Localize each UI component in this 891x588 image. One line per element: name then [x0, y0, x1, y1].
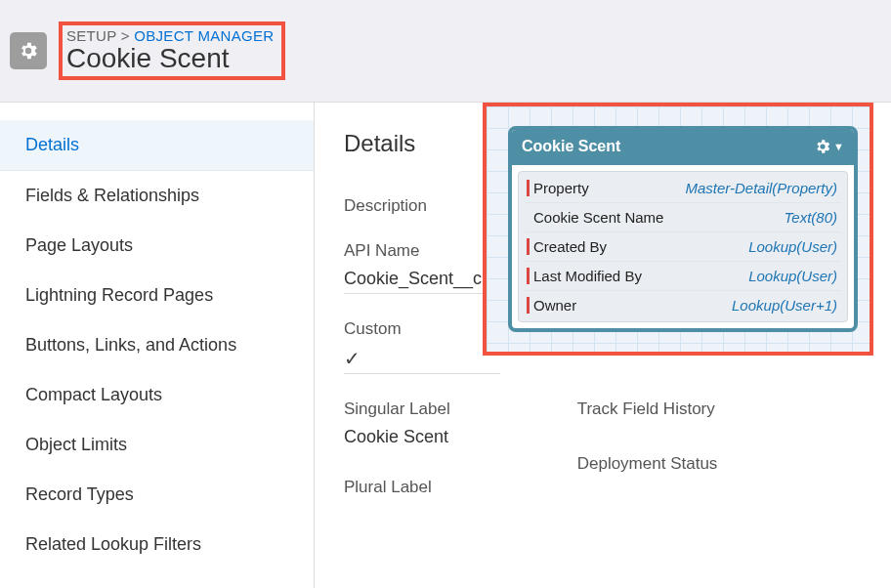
- schema-field-type: Lookup(User): [748, 268, 837, 284]
- schema-field-name: Cookie Scent Name: [527, 209, 663, 226]
- sidebar-item-page-layouts[interactable]: Page Layouts: [0, 221, 314, 271]
- sidebar-item-label: Record Types: [25, 484, 134, 504]
- api-name-value: Cookie_Scent__c: [344, 269, 500, 294]
- schema-object-card[interactable]: Cookie Scent ▼ Property Master-Detail(Pr…: [508, 126, 858, 332]
- breadcrumb-title-highlight: SETUP > OBJECT MANAGER Cookie Scent: [59, 21, 285, 80]
- sidebar-item-object-limits[interactable]: Object Limits: [0, 420, 314, 470]
- schema-card-header[interactable]: Cookie Scent ▼: [512, 130, 854, 165]
- schema-object-title: Cookie Scent: [522, 138, 620, 155]
- sidebar-item-fields[interactable]: Fields & Relationships: [0, 171, 314, 221]
- custom-label: Custom: [344, 319, 500, 339]
- schema-field-name: Property: [527, 180, 589, 196]
- schema-gear-icon[interactable]: ▼: [814, 138, 844, 155]
- page-header: SETUP > OBJECT MANAGER Cookie Scent: [0, 0, 891, 103]
- sidebar-item-label: Related Lookup Filters: [25, 534, 201, 554]
- schema-field-row[interactable]: Created By Lookup(User): [525, 232, 841, 262]
- schema-field-row[interactable]: Owner Lookup(User+1): [525, 291, 841, 319]
- sidebar-item-related-lookup[interactable]: Related Lookup Filters: [0, 520, 314, 569]
- schema-field-name: Created By: [527, 238, 607, 255]
- custom-checkmark-icon: ✓: [344, 347, 500, 374]
- schema-field-row[interactable]: Property Master-Detail(Property): [525, 174, 841, 203]
- schema-field-type: Master-Detail(Property): [685, 180, 837, 196]
- setup-gear-icon: [10, 32, 47, 69]
- schema-field-type: Text(80): [785, 209, 837, 226]
- schema-field-type: Lookup(User): [748, 238, 837, 255]
- schema-field-name: Owner: [527, 297, 576, 314]
- breadcrumb-setup: SETUP: [66, 27, 116, 44]
- singular-label: Singular Label: [344, 399, 450, 419]
- schema-field-list: Property Master-Detail(Property) Cookie …: [518, 171, 848, 322]
- sidebar-item-record-types[interactable]: Record Types: [0, 470, 314, 520]
- description-label: Description: [344, 196, 500, 216]
- sidebar-item-details[interactable]: Details: [0, 120, 314, 171]
- api-name-label: API Name: [344, 241, 500, 261]
- schema-field-row[interactable]: Cookie Scent Name Text(80): [525, 203, 841, 232]
- sidebar-item-label: Fields & Relationships: [25, 186, 199, 205]
- chevron-down-icon: ▼: [833, 141, 844, 152]
- schema-field-type: Lookup(User+1): [732, 297, 837, 314]
- detail-panel: Details Description API Name Cookie_Scen…: [315, 103, 891, 588]
- breadcrumb: SETUP > OBJECT MANAGER: [66, 27, 274, 44]
- singular-value: Cookie Scent: [344, 427, 450, 452]
- sidebar-item-label: Lightning Record Pages: [25, 285, 213, 305]
- sidebar-item-label: Page Layouts: [25, 235, 133, 255]
- sidebar-item-compact-layouts[interactable]: Compact Layouts: [0, 370, 314, 420]
- breadcrumb-object-manager-link[interactable]: OBJECT MANAGER: [134, 27, 274, 44]
- content-area: Details Fields & Relationships Page Layo…: [0, 103, 891, 588]
- track-history-label: Track Field History: [577, 399, 718, 419]
- schema-field-name: Last Modified By: [527, 268, 642, 284]
- schema-builder-highlight: Cookie Scent ▼ Property Master-Detail(Pr…: [483, 103, 873, 356]
- plural-label: Plural Label: [344, 478, 450, 497]
- sidebar-item-label: Object Limits: [25, 435, 127, 454]
- schema-field-row[interactable]: Last Modified By Lookup(User): [525, 262, 841, 291]
- page-title: Cookie Scent: [66, 44, 274, 74]
- sidebar-item-label: Details: [25, 135, 79, 154]
- object-sidebar: Details Fields & Relationships Page Layo…: [0, 103, 315, 588]
- deployment-status-label: Deployment Status: [577, 454, 718, 474]
- sidebar-item-label: Compact Layouts: [25, 385, 162, 404]
- sidebar-item-lightning-pages[interactable]: Lightning Record Pages: [0, 271, 314, 320]
- sidebar-item-label: Buttons, Links, and Actions: [25, 335, 236, 355]
- sidebar-item-buttons-links[interactable]: Buttons, Links, and Actions: [0, 320, 314, 370]
